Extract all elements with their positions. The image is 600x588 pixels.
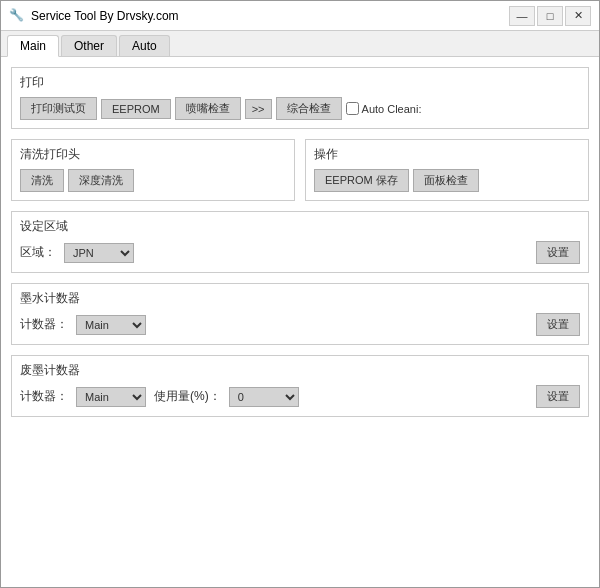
maximize-button[interactable]: □ [537, 6, 563, 26]
operation-title: 操作 [314, 146, 580, 163]
main-window: 🔧 Service Tool By Drvsky.com — □ ✕ Main … [0, 0, 600, 588]
ink-counter-label: 计数器： [20, 316, 68, 333]
region-select[interactable]: JPN USA EUR AUS [64, 243, 134, 263]
app-icon: 🔧 [9, 8, 25, 24]
deep-clean-button[interactable]: 深度清洗 [68, 169, 134, 192]
ink-counter-set-button[interactable]: 设置 [536, 313, 580, 336]
tab-auto[interactable]: Auto [119, 35, 170, 56]
print-section: 打印 打印测试页 EEPROM 喷嘴检查 >> 综合检查 Auto Cleani… [11, 67, 589, 129]
title-controls: — □ ✕ [509, 6, 591, 26]
clean-button[interactable]: 清洗 [20, 169, 64, 192]
region-inner-row: 区域： JPN USA EUR AUS [20, 243, 134, 263]
title-bar: 🔧 Service Tool By Drvsky.com — □ ✕ [1, 1, 599, 31]
waste-counter-row: 计数器： Main Sub 使用量(%)： 0 10 20 50 100 设置 [20, 385, 580, 408]
print-buttons-row: 打印测试页 EEPROM 喷嘴检查 >> 综合检查 Auto Cleani: [20, 97, 580, 120]
arrow-button[interactable]: >> [245, 99, 272, 119]
ink-counter-title: 墨水计数器 [20, 290, 580, 307]
waste-counter-label: 计数器： [20, 388, 68, 405]
print-section-title: 打印 [20, 74, 580, 91]
region-label: 区域： [20, 244, 56, 261]
operation-section: 操作 EEPROM 保存 面板检查 [305, 139, 589, 201]
waste-counter-inner: 计数器： Main Sub 使用量(%)： 0 10 20 50 100 [20, 387, 299, 407]
tab-other[interactable]: Other [61, 35, 117, 56]
tab-bar: Main Other Auto [1, 31, 599, 57]
eeprom-save-button[interactable]: EEPROM 保存 [314, 169, 409, 192]
region-set-button[interactable]: 设置 [536, 241, 580, 264]
ink-counter-select[interactable]: Main Sub [76, 315, 146, 335]
comprehensive-check-button[interactable]: 综合检查 [276, 97, 342, 120]
main-content: 打印 打印测试页 EEPROM 喷嘴检查 >> 综合检查 Auto Cleani… [1, 57, 599, 587]
usage-select[interactable]: 0 10 20 50 100 [229, 387, 299, 407]
minimize-button[interactable]: — [509, 6, 535, 26]
nozzle-check-button[interactable]: 喷嘴检查 [175, 97, 241, 120]
waste-counter-section: 废墨计数器 计数器： Main Sub 使用量(%)： 0 10 20 50 1… [11, 355, 589, 417]
usage-label: 使用量(%)： [154, 388, 221, 405]
clean-head-section: 清洗打印头 清洗 深度清洗 [11, 139, 295, 201]
waste-counter-title: 废墨计数器 [20, 362, 580, 379]
ink-counter-section: 墨水计数器 计数器： Main Sub 设置 [11, 283, 589, 345]
auto-clean-label: Auto Cleani: [346, 102, 422, 115]
tab-main[interactable]: Main [7, 35, 59, 57]
panel-check-button[interactable]: 面板检查 [413, 169, 479, 192]
auto-clean-checkbox[interactable] [346, 102, 359, 115]
ink-counter-row: 计数器： Main Sub 设置 [20, 313, 580, 336]
operation-buttons: EEPROM 保存 面板检查 [314, 169, 580, 192]
waste-counter-set-button[interactable]: 设置 [536, 385, 580, 408]
region-section: 设定区域 区域： JPN USA EUR AUS 设置 [11, 211, 589, 273]
region-title: 设定区域 [20, 218, 580, 235]
clean-head-title: 清洗打印头 [20, 146, 286, 163]
region-row: 区域： JPN USA EUR AUS 设置 [20, 241, 580, 264]
waste-counter-select[interactable]: Main Sub [76, 387, 146, 407]
clean-buttons: 清洗 深度清洗 [20, 169, 286, 192]
ink-counter-inner: 计数器： Main Sub [20, 315, 146, 335]
eeprom-button[interactable]: EEPROM [101, 99, 171, 119]
window-title: Service Tool By Drvsky.com [31, 9, 179, 23]
close-button[interactable]: ✕ [565, 6, 591, 26]
title-bar-left: 🔧 Service Tool By Drvsky.com [9, 8, 179, 24]
print-test-page-button[interactable]: 打印测试页 [20, 97, 97, 120]
